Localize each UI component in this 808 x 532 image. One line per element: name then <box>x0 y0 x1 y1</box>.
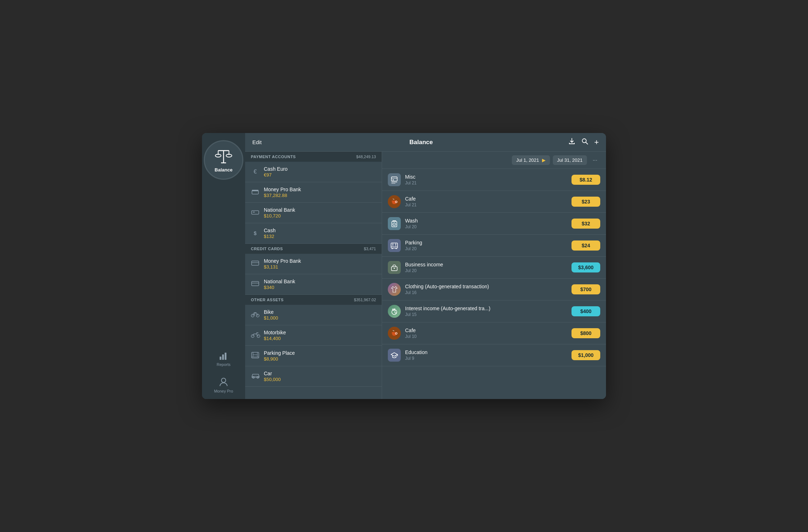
account-car[interactable]: Car $50,000 <box>245 366 382 387</box>
motorbike-icon <box>251 331 260 339</box>
header: Edit Balance + <box>245 133 606 152</box>
edit-button[interactable]: Edit <box>252 139 274 145</box>
account-money-pro-bank-2[interactable]: Money Pro Bank $3,131 <box>245 254 382 274</box>
car-amount: $50,000 <box>264 377 376 382</box>
account-parking-place[interactable]: Parking Place $8,900 <box>245 346 382 366</box>
transaction-parking[interactable]: Parking Jul 20 $24 <box>382 235 606 257</box>
sidebar: Balance Reports Money Pro <box>202 133 245 399</box>
cafe-1-name: Cafe <box>405 196 567 202</box>
section-header-assets: OTHER ASSETS $351,967.02 <box>245 295 382 305</box>
cash-name: Cash <box>264 228 376 233</box>
svg-point-46 <box>394 224 395 225</box>
parking-name: Parking <box>405 240 567 246</box>
national-bank-2-icon <box>251 281 260 288</box>
money-pro-bank-1-amount: $37,282.88 <box>264 193 376 198</box>
payment-accounts-label: PAYMENT ACCOUNTS <box>251 155 296 159</box>
header-actions: + <box>568 138 599 147</box>
sidebar-balance-label: Balance <box>215 167 233 173</box>
svg-rect-51 <box>394 268 395 269</box>
cafe-2-icon <box>388 327 401 340</box>
account-bike[interactable]: Bike $1,000 <box>245 305 382 325</box>
svg-rect-39 <box>392 179 394 180</box>
svg-rect-47 <box>391 243 398 248</box>
transaction-cafe-2[interactable]: Cafe Jul 10 $800 <box>382 322 606 344</box>
motorbike-amount: $14,400 <box>264 336 376 341</box>
transaction-business[interactable]: Business income Jul 20 $3,600 <box>382 257 606 279</box>
clothing-name: Clothing (Auto-generated transaction) <box>405 284 567 289</box>
svg-point-12 <box>221 378 226 382</box>
national-bank-1-icon <box>251 210 260 216</box>
account-cash-euro[interactable]: € Cash Euro €97 <box>245 162 382 182</box>
app-window: Balance Reports Money Pro Edit Balance <box>202 133 606 399</box>
add-icon[interactable]: + <box>594 138 599 147</box>
interest-name: Interest income (Auto-generated tra...) <box>405 306 567 311</box>
transaction-clothing[interactable]: Clothing (Auto-generated transaction) Ju… <box>382 279 606 301</box>
cafe-2-date: Jul 10 <box>405 334 567 339</box>
transaction-misc[interactable]: Misc Jul 21 $8.12 <box>382 169 606 191</box>
account-money-pro-bank-1[interactable]: Money Pro Bank $37,282.88 <box>245 182 382 203</box>
body-split: PAYMENT ACCOUNTS $48,249.13 € Cash Euro … <box>245 152 606 399</box>
account-motorbike[interactable]: Motorbike $14,400 <box>245 325 382 346</box>
svg-rect-37 <box>391 177 397 181</box>
money-pro-bank-2-name: Money Pro Bank <box>264 258 376 264</box>
sidebar-money-pro-label: Money Pro <box>214 389 233 393</box>
business-amount: $3,600 <box>571 262 600 272</box>
other-assets-label: OTHER ASSETS <box>251 298 284 302</box>
motorbike-name: Motorbike <box>264 330 376 335</box>
svg-point-48 <box>392 244 394 245</box>
cash-euro-icon: € <box>251 169 260 175</box>
money-pro-bank-2-amount: $3,131 <box>264 264 376 270</box>
transaction-cafe-1[interactable]: Cafe Jul 21 $23 <box>382 191 606 213</box>
parking-place-name: Parking Place <box>264 350 376 356</box>
date-more-btn[interactable]: ··· <box>590 156 600 165</box>
download-icon[interactable] <box>568 138 575 147</box>
business-icon <box>388 261 401 274</box>
date-start-label: Jul 1, 2021 <box>516 157 539 163</box>
sidebar-item-balance[interactable]: Balance <box>204 140 243 180</box>
wash-amount: $32 <box>571 219 600 229</box>
svg-rect-9 <box>220 357 221 360</box>
date-end-btn[interactable]: Jul 31, 2021 <box>553 155 587 165</box>
account-national-bank-2[interactable]: National Bank $340 <box>245 274 382 295</box>
cash-euro-name: Cash Euro <box>264 166 376 172</box>
left-panel: PAYMENT ACCOUNTS $48,249.13 € Cash Euro … <box>245 152 382 399</box>
car-icon <box>251 373 260 380</box>
svg-rect-10 <box>222 354 224 360</box>
clothing-icon <box>388 283 401 296</box>
interest-amount: $400 <box>571 306 600 316</box>
svg-rect-16 <box>252 190 258 191</box>
search-icon[interactable] <box>581 138 588 147</box>
cafe-1-icon <box>388 195 401 208</box>
account-national-bank-1[interactable]: National Bank $10,720 <box>245 203 382 223</box>
business-date: Jul 20 <box>405 268 567 273</box>
business-name: Business income <box>405 262 567 267</box>
credit-cards-label: CREDIT CARDS <box>251 247 283 251</box>
misc-amount: $8.12 <box>571 175 600 185</box>
svg-point-49 <box>395 244 396 245</box>
svg-point-13 <box>582 139 586 143</box>
page-title: Balance <box>274 139 568 146</box>
sidebar-reports-label: Reports <box>217 362 231 367</box>
education-date: Jul 9 <box>405 356 567 361</box>
interest-icon <box>388 305 401 318</box>
svg-rect-22 <box>252 283 259 284</box>
svg-rect-17 <box>252 211 259 214</box>
transaction-interest[interactable]: Interest income (Auto-generated tra...) … <box>382 301 606 322</box>
svg-rect-20 <box>252 262 259 263</box>
svg-line-14 <box>586 142 588 144</box>
cafe-1-amount: $23 <box>571 197 600 207</box>
transaction-wash[interactable]: Wash Jul 20 $32 <box>382 213 606 235</box>
cash-amount: $132 <box>264 234 376 239</box>
sidebar-item-money-pro[interactable]: Money Pro <box>214 371 233 399</box>
cash-icon: $ <box>251 230 260 236</box>
national-bank-1-amount: $10,720 <box>264 213 376 219</box>
misc-date: Jul 21 <box>405 180 567 185</box>
sidebar-item-reports[interactable]: Reports <box>202 347 245 371</box>
money-pro-bank-1-name: Money Pro Bank <box>264 187 376 192</box>
date-start-btn[interactable]: Jul 1, 2021 ▶ <box>512 155 550 165</box>
misc-icon <box>388 173 401 186</box>
education-amount: $1,000 <box>571 350 600 360</box>
transaction-education[interactable]: Education Jul 9 $1,000 <box>382 344 606 366</box>
car-name: Car <box>264 371 376 376</box>
account-cash[interactable]: $ Cash $132 <box>245 223 382 244</box>
